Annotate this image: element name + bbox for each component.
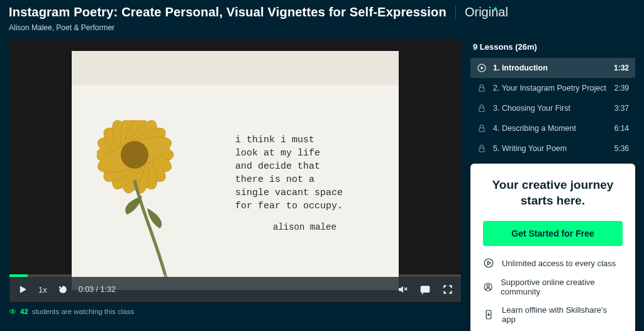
rewind-15-button[interactable]: 15	[56, 283, 70, 296]
play-button[interactable]	[16, 283, 30, 296]
lesson-duration: 1:32	[614, 64, 629, 72]
benefit-item: Supportive online creative community	[483, 278, 623, 296]
video-still: i think i must look at my life and decid…	[72, 51, 399, 290]
download-phone-icon	[483, 309, 494, 320]
person-circle-icon	[483, 281, 493, 293]
time-display: 0:03 / 1:32	[79, 285, 116, 294]
svg-point-9	[121, 141, 148, 169]
benefit-item: Unlimited access to every class	[483, 257, 623, 269]
lessons-header: 9 Lessons (26m)	[470, 38, 635, 58]
lock-icon	[477, 83, 487, 93]
svg-rect-16	[479, 87, 484, 91]
lesson-duration: 5:36	[614, 144, 629, 153]
svg-point-20	[484, 259, 493, 268]
lock-icon	[477, 143, 487, 154]
svg-rect-19	[479, 148, 484, 152]
flower-image	[97, 120, 223, 286]
lesson-item-4[interactable]: 4. Describing a Moment 6:14	[470, 118, 635, 138]
svg-rect-17	[479, 108, 484, 111]
lesson-duration: 3:37	[614, 104, 629, 113]
lock-icon	[477, 103, 487, 113]
lesson-label: 5. Writing Your Poem	[493, 144, 567, 153]
lesson-label: 2. Your Instagram Poetry Project	[493, 84, 606, 93]
volume-muted-icon[interactable]	[396, 283, 409, 296]
author-line[interactable]: Alison Malee, Poet & Performer	[9, 23, 635, 32]
lock-icon	[477, 123, 487, 133]
cta-card: Your creative journeystarts here. Get St…	[470, 164, 635, 331]
get-started-button[interactable]: Get Started for Free	[483, 221, 623, 246]
lessons-list: 9 Lessons (26m) 1. Introduction 1:32 2. …	[470, 38, 635, 159]
eye-icon	[9, 308, 16, 315]
benefit-item: Learn offline with Skillshare's app	[483, 305, 623, 324]
poem-text: i think i must look at my life and decid…	[235, 120, 380, 247]
lesson-item-5[interactable]: 5. Writing Your Poem 5:36	[470, 138, 635, 159]
video-player[interactable]: i think i must look at my life and decid…	[9, 38, 462, 303]
lesson-label: 3. Choosing Your First	[493, 104, 570, 113]
lesson-item-3[interactable]: 3. Choosing Your First 3:37	[470, 98, 635, 118]
play-circle-icon	[483, 257, 494, 269]
title-divider	[455, 6, 456, 20]
svg-point-22	[487, 285, 489, 288]
lesson-label: 1. Introduction	[493, 64, 548, 72]
page-title: Instagram Poetry: Create Personal, Visua…	[9, 5, 447, 20]
svg-rect-13	[421, 286, 430, 293]
lesson-label: 4. Describing a Moment	[493, 124, 576, 133]
original-badge: Original•	[465, 5, 508, 20]
fullscreen-button[interactable]	[441, 283, 455, 296]
cta-title: Your creative journeystarts here.	[483, 177, 623, 208]
watching-line: 42 students are watching this class	[9, 308, 462, 315]
player-controls: 1x 15 0:03 / 1:32	[9, 277, 461, 302]
svg-text:15: 15	[61, 288, 65, 291]
video-frame: i think i must look at my life and decid…	[9, 39, 461, 302]
lesson-item-1[interactable]: 1. Introduction 1:32	[470, 58, 635, 78]
playback-speed[interactable]: 1x	[38, 285, 47, 295]
lesson-item-2[interactable]: 2. Your Instagram Poetry Project 2:39	[470, 78, 635, 98]
captions-button[interactable]	[418, 283, 432, 296]
lesson-duration: 6:14	[614, 124, 629, 133]
poem-signature: alison malee	[273, 222, 380, 234]
svg-rect-18	[479, 128, 484, 132]
lesson-duration: 2:39	[614, 84, 629, 93]
svg-point-14	[12, 311, 14, 313]
play-circle-icon	[477, 63, 487, 73]
